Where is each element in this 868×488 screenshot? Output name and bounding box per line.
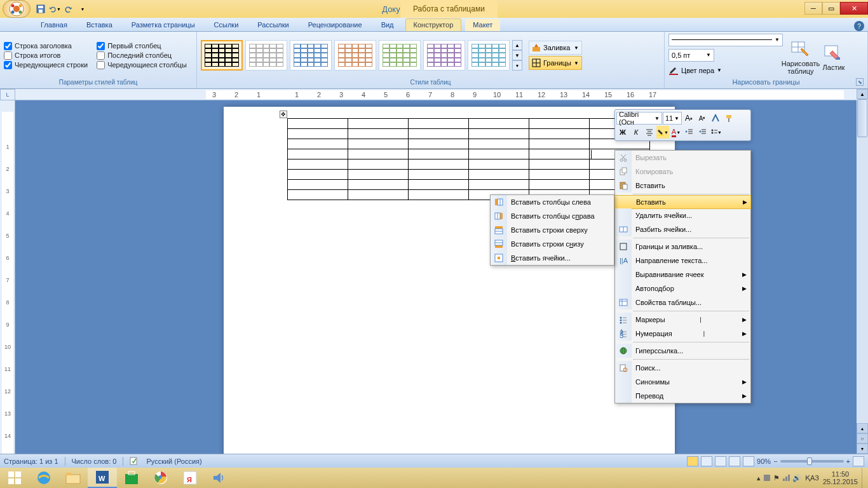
- view-print-layout-icon[interactable]: [687, 456, 698, 466]
- shading-button[interactable]: Заливка▼: [529, 41, 582, 55]
- taskbar-chrome-icon[interactable]: [146, 468, 175, 488]
- ctx-paste[interactable]: Вставить: [615, 179, 750, 193]
- format-painter-icon[interactable]: [722, 112, 735, 125]
- ctx-borders-shading[interactable]: Границы и заливка...: [615, 240, 750, 254]
- italic-icon[interactable]: К: [630, 126, 642, 139]
- tab-insert[interactable]: Вставка: [79, 19, 120, 31]
- border-weight-combo[interactable]: 0,5 пт▼: [668, 49, 714, 62]
- ctx-hyperlink[interactable]: Гиперссылка...: [615, 344, 750, 358]
- check-banded-cols[interactable]: Чередующиеся столбцы: [97, 61, 187, 69]
- eraser-button[interactable]: Ластик: [818, 39, 849, 71]
- document-table[interactable]: [287, 118, 650, 200]
- ctx-table-properties[interactable]: Свойства таблицы...: [615, 295, 750, 309]
- tab-selector[interactable]: L: [0, 89, 15, 100]
- horizontal-ruler[interactable]: 3 2 1 1 2 3 4 5 6 7 8 9 10 11 12 13 14 1…: [15, 89, 857, 100]
- zoom-in-icon[interactable]: +: [846, 458, 850, 465]
- qat-customize-icon[interactable]: ▼: [76, 3, 89, 15]
- tab-page-layout[interactable]: Разметка страницы: [124, 19, 203, 31]
- dialog-launcher-icon[interactable]: ⬊: [856, 78, 864, 86]
- table-style-item[interactable]: [201, 40, 243, 71]
- pen-color-button[interactable]: Цвет пера▼: [668, 64, 783, 77]
- office-button[interactable]: [3, 0, 31, 18]
- table-style-item[interactable]: [245, 40, 287, 71]
- tray-language[interactable]: ҚАЗ: [805, 474, 819, 482]
- ctx-autofit[interactable]: Автоподбор▶: [615, 281, 750, 295]
- ctx-delete-cells[interactable]: Удалить ячейки...: [615, 208, 750, 222]
- table-style-item[interactable]: [468, 40, 510, 71]
- tab-home[interactable]: Главная: [33, 19, 75, 31]
- view-full-screen-icon[interactable]: [701, 456, 712, 466]
- check-header-row[interactable]: Строка заголовка: [4, 42, 88, 50]
- ctx-synonyms[interactable]: Синонимы▶: [615, 375, 750, 389]
- undo-icon[interactable]: ▼: [48, 3, 61, 15]
- maximize-button[interactable]: ▭: [822, 2, 840, 15]
- check-last-col[interactable]: Последний столбец: [97, 51, 187, 60]
- ctx-numbering[interactable]: 123Нумерация|▶: [615, 327, 750, 341]
- tab-references[interactable]: Ссылки: [207, 19, 247, 31]
- check-first-col[interactable]: Первый столбец: [97, 42, 187, 50]
- styles-icon[interactable]: [709, 112, 722, 125]
- browse-object-icon[interactable]: ○: [857, 433, 868, 444]
- tab-design[interactable]: Конструктор: [405, 18, 462, 31]
- taskbar-ie-icon[interactable]: [29, 468, 58, 488]
- tab-view[interactable]: Вид: [374, 19, 402, 31]
- table-move-handle-icon[interactable]: ✥: [280, 111, 287, 118]
- tab-review[interactable]: Рецензирование: [301, 19, 370, 31]
- sub-rows-below[interactable]: Вставить строки снизу: [491, 237, 614, 251]
- redo-icon[interactable]: [62, 3, 75, 15]
- close-button[interactable]: ✕: [840, 2, 868, 15]
- vertical-ruler[interactable]: 1 2 3 4 5 6 7 8 9 10 11 12 13 14: [0, 100, 15, 454]
- border-style-combo[interactable]: ▼: [668, 34, 783, 46]
- table-style-item[interactable]: [290, 40, 332, 71]
- sub-cols-right[interactable]: Вставить столбцы справа: [491, 209, 614, 223]
- prev-page-icon[interactable]: ▴: [857, 423, 868, 433]
- decrease-indent-icon[interactable]: [683, 126, 696, 139]
- view-outline-icon[interactable]: [729, 456, 740, 466]
- start-button[interactable]: [0, 468, 29, 488]
- gallery-scroll[interactable]: ▲▼▾: [512, 40, 522, 71]
- taskbar-word-icon[interactable]: W: [88, 468, 117, 488]
- next-page-icon[interactable]: ▾: [857, 444, 868, 454]
- check-banded-rows[interactable]: Чередующиеся строки: [4, 61, 88, 69]
- system-tray[interactable]: ▴ ⚑ 🔊: [757, 473, 801, 482]
- taskbar-store-icon[interactable]: [117, 468, 146, 488]
- ctx-copy[interactable]: Копировать: [615, 165, 750, 179]
- table-style-item[interactable]: [379, 40, 421, 71]
- status-page[interactable]: Страница: 1 из 1: [4, 458, 58, 465]
- minimize-button[interactable]: ─: [804, 2, 822, 15]
- ctx-cut[interactable]: Вырезать: [615, 151, 750, 165]
- zoom-level[interactable]: 90%: [757, 458, 771, 465]
- document-page[interactable]: ✥: [224, 107, 675, 454]
- taskbar-explorer-icon[interactable]: [58, 468, 88, 488]
- ctx-insert[interactable]: Вставить▶: [614, 195, 751, 209]
- check-total-row[interactable]: Строка итогов: [4, 51, 88, 60]
- zoom-out-icon[interactable]: −: [773, 458, 777, 465]
- taskbar-yandex-icon[interactable]: Я: [175, 468, 205, 488]
- draw-table-button[interactable]: Нарисовать таблицу: [785, 36, 816, 75]
- tray-network-icon[interactable]: [782, 473, 790, 482]
- help-button[interactable]: ?: [854, 21, 864, 31]
- sub-rows-above[interactable]: Вставить строки сверху: [491, 223, 614, 237]
- ctx-lookup[interactable]: Поиск...: [615, 361, 750, 375]
- status-proofing-icon[interactable]: [130, 456, 140, 466]
- view-draft-icon[interactable]: [743, 456, 754, 466]
- font-color-icon[interactable]: A▼: [670, 126, 682, 139]
- font-size-combo[interactable]: 11▼: [663, 112, 682, 125]
- tray-icon[interactable]: [763, 473, 771, 482]
- ctx-bullets[interactable]: Маркеры|▶: [615, 313, 750, 327]
- font-combo[interactable]: Calibri (Осн▼: [616, 112, 662, 125]
- vertical-scrollbar[interactable]: ▲ ▴ ○ ▾: [857, 89, 868, 454]
- status-language[interactable]: Русский (Россия): [146, 458, 201, 465]
- tray-volume-icon[interactable]: 🔊: [792, 474, 801, 482]
- taskbar-audio-icon[interactable]: [205, 468, 234, 488]
- show-desktop-button[interactable]: [862, 468, 867, 488]
- highlight-icon[interactable]: ▼: [656, 126, 669, 139]
- bold-icon[interactable]: Ж: [616, 126, 629, 139]
- ctx-split-cells[interactable]: Разбить ячейки...: [615, 222, 750, 236]
- sub-cols-left[interactable]: Вставить столбцы слева: [491, 195, 614, 209]
- zoom-slider[interactable]: [780, 460, 844, 463]
- bullets-icon[interactable]: ▼: [710, 126, 722, 139]
- table-style-item[interactable]: [334, 40, 376, 71]
- grow-font-icon[interactable]: A▴: [682, 112, 695, 125]
- tray-flag-icon[interactable]: ⚑: [773, 474, 780, 482]
